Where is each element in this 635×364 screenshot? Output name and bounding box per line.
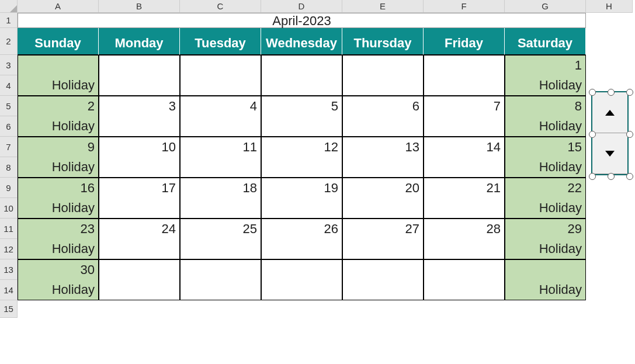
calendar-label-cell[interactable] [424, 280, 505, 300]
row-header-1[interactable]: 1 [0, 13, 18, 28]
calendar-label-cell[interactable] [180, 239, 261, 259]
calendar-date-cell[interactable]: 14 [424, 137, 505, 157]
calendar-label-cell[interactable] [424, 198, 505, 219]
calendar-date-cell[interactable] [261, 259, 342, 280]
calendar-label-cell[interactable] [99, 239, 180, 259]
selection-handle[interactable] [589, 131, 596, 138]
cell-H2[interactable] [586, 28, 633, 55]
calendar-label-cell[interactable]: Holiday [18, 116, 99, 137]
calendar-label-cell[interactable] [424, 75, 505, 96]
calendar-date-cell[interactable] [99, 55, 180, 75]
calendar-date-cell[interactable]: 10 [99, 137, 180, 157]
calendar-label-cell[interactable] [342, 198, 424, 219]
calendar-date-cell[interactable]: 17 [99, 178, 180, 198]
calendar-date-cell[interactable] [505, 259, 586, 280]
selection-handle[interactable] [626, 173, 633, 180]
col-header-F[interactable]: F [424, 0, 505, 13]
calendar-label-cell[interactable]: Holiday [18, 198, 99, 219]
cell-H1[interactable] [586, 13, 633, 28]
empty-cell[interactable] [99, 300, 180, 318]
calendar-date-cell[interactable]: 24 [99, 219, 180, 239]
calendar-date-cell[interactable]: 1 [505, 55, 586, 75]
calendar-label-cell[interactable] [261, 116, 342, 137]
col-header-B[interactable]: B [99, 0, 180, 13]
calendar-date-cell[interactable] [342, 55, 424, 75]
calendar-date-cell[interactable]: 23 [18, 219, 99, 239]
calendar-label-cell[interactable]: Holiday [505, 75, 586, 96]
calendar-date-cell[interactable]: 6 [342, 96, 424, 116]
row-header-3[interactable]: 3 [0, 55, 18, 75]
calendar-label-cell[interactable]: Holiday [505, 157, 586, 178]
calendar-label-cell[interactable]: Holiday [18, 280, 99, 300]
calendar-date-cell[interactable]: 12 [261, 137, 342, 157]
calendar-date-cell[interactable] [180, 55, 261, 75]
calendar-date-cell[interactable]: 3 [99, 96, 180, 116]
calendar-label-cell[interactable]: Holiday [505, 239, 586, 259]
col-header-A[interactable]: A [18, 0, 99, 13]
empty-cell[interactable] [261, 300, 342, 318]
empty-cell[interactable] [586, 300, 633, 318]
calendar-date-cell[interactable]: 2 [18, 96, 99, 116]
row-header-8[interactable]: 8 [0, 157, 18, 178]
col-header-H[interactable]: H [586, 0, 633, 13]
cell-H9[interactable] [586, 178, 633, 198]
calendar-date-cell[interactable] [424, 259, 505, 280]
dayheader-sun[interactable]: Sunday [18, 28, 99, 55]
calendar-date-cell[interactable] [261, 55, 342, 75]
calendar-label-cell[interactable] [180, 157, 261, 178]
selection-handle[interactable] [608, 173, 615, 180]
row-header-11[interactable]: 11 [0, 219, 18, 239]
col-header-G[interactable]: G [505, 0, 586, 13]
calendar-label-cell[interactable] [342, 157, 424, 178]
row-header-7[interactable]: 7 [0, 137, 18, 157]
calendar-date-cell[interactable]: 4 [180, 96, 261, 116]
calendar-label-cell[interactable] [261, 75, 342, 96]
calendar-date-cell[interactable]: 16 [18, 178, 99, 198]
calendar-label-cell[interactable] [424, 239, 505, 259]
calendar-date-cell[interactable]: 20 [342, 178, 424, 198]
dayheader-fri[interactable]: Friday [424, 28, 505, 55]
select-all-corner[interactable] [0, 0, 18, 13]
calendar-date-cell[interactable]: 8 [505, 96, 586, 116]
calendar-label-cell[interactable] [99, 116, 180, 137]
calendar-label-cell[interactable] [261, 280, 342, 300]
calendar-label-cell[interactable] [342, 239, 424, 259]
dayheader-sat[interactable]: Saturday [505, 28, 586, 55]
selection-handle[interactable] [608, 89, 615, 96]
empty-cell[interactable] [342, 300, 424, 318]
row-header-15[interactable]: 15 [0, 300, 18, 318]
calendar-label-cell[interactable]: Holiday [505, 198, 586, 219]
calendar-date-cell[interactable]: 21 [424, 178, 505, 198]
spinner-control[interactable] [591, 91, 629, 175]
selection-handle[interactable] [589, 89, 596, 96]
col-header-C[interactable]: C [180, 0, 261, 13]
calendar-date-cell[interactable]: 9 [18, 137, 99, 157]
empty-cell[interactable] [505, 300, 586, 318]
row-header-13[interactable]: 13 [0, 259, 18, 280]
calendar-date-cell[interactable]: 28 [424, 219, 505, 239]
calendar-label-cell[interactable] [261, 198, 342, 219]
row-header-4[interactable]: 4 [0, 75, 18, 96]
calendar-date-cell[interactable]: 7 [424, 96, 505, 116]
calendar-label-cell[interactable] [180, 198, 261, 219]
calendar-label-cell[interactable] [261, 157, 342, 178]
calendar-date-cell[interactable] [180, 259, 261, 280]
row-header-6[interactable]: 6 [0, 116, 18, 137]
calendar-label-cell[interactable]: Holiday [18, 75, 99, 96]
col-header-E[interactable]: E [342, 0, 424, 13]
spinner-down-button[interactable] [592, 133, 627, 174]
dayheader-tue[interactable]: Tuesday [180, 28, 261, 55]
row-header-10[interactable]: 10 [0, 198, 18, 219]
calendar-date-cell[interactable]: 5 [261, 96, 342, 116]
calendar-label-cell[interactable] [180, 280, 261, 300]
calendar-date-cell[interactable]: 15 [505, 137, 586, 157]
calendar-date-cell[interactable] [99, 259, 180, 280]
row-header-14[interactable]: 14 [0, 280, 18, 300]
cell-H14[interactable] [586, 280, 633, 300]
dayheader-wed[interactable]: Wednesday [261, 28, 342, 55]
calendar-date-cell[interactable]: 26 [261, 219, 342, 239]
row-header-9[interactable]: 9 [0, 178, 18, 198]
calendar-label-cell[interactable] [99, 198, 180, 219]
spinner-up-button[interactable] [592, 92, 627, 133]
calendar-date-cell[interactable]: 19 [261, 178, 342, 198]
